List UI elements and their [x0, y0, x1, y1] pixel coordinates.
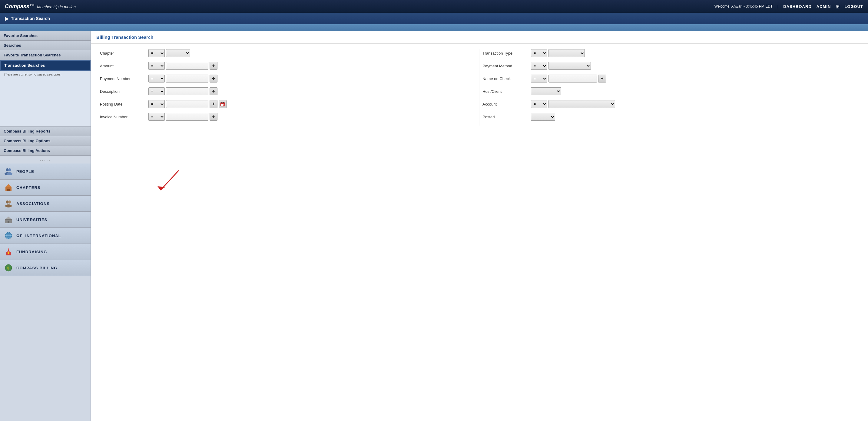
- description-operator[interactable]: =: [148, 87, 165, 95]
- host-client-row: Host/Client: [483, 87, 859, 95]
- fundraising-label: FUNDRAISING: [17, 250, 47, 254]
- chapters-label: CHAPTERS: [17, 185, 40, 190]
- name-on-check-operator[interactable]: =: [531, 75, 547, 83]
- payment-number-input[interactable]: [166, 75, 208, 83]
- name-on-check-label: Name on Check: [483, 77, 531, 81]
- chapter-select[interactable]: [166, 49, 190, 57]
- account-row: Account =: [483, 100, 859, 108]
- name-on-check-controls: = +: [531, 75, 606, 83]
- account-label: Account: [483, 102, 531, 107]
- account-select[interactable]: [549, 100, 615, 108]
- form-area: Chapter = Amount: [91, 44, 868, 131]
- payment-method-select[interactable]: [549, 62, 591, 70]
- calendar-btn[interactable]: [219, 100, 226, 108]
- sidebar-item-compass-billing[interactable]: $ COMPASS BILLING: [0, 260, 91, 276]
- sidebar-item-transaction-searches[interactable]: Transaction Searches: [0, 60, 91, 71]
- admin-link[interactable]: ADMIN: [816, 4, 831, 9]
- dashboard-link[interactable]: DASHBOARD: [783, 4, 812, 9]
- sidebar-item-favorite-searches[interactable]: Favorite Searches: [0, 31, 91, 40]
- transaction-type-operator[interactable]: =: [531, 49, 547, 57]
- payment-method-row: Payment Method =: [483, 62, 859, 70]
- top-navigation: Compass™ Membership in motion. Welcome, …: [0, 0, 868, 13]
- breadcrumb-arrow: ▶: [5, 16, 8, 22]
- sidebar-item-universities[interactable]: UNIVERSITIES: [0, 212, 91, 228]
- host-client-select[interactable]: [531, 87, 561, 95]
- sidebar-item-international[interactable]: ΩΓΙ INTERNATIONAL: [0, 228, 91, 244]
- payment-number-plus-btn[interactable]: +: [210, 75, 217, 83]
- amount-controls: = +: [148, 62, 217, 70]
- sidebar-item-billing-options[interactable]: Compass Billing Options: [0, 136, 91, 146]
- invoice-number-row: Invoice Number = +: [100, 113, 476, 121]
- posting-date-input[interactable]: [166, 100, 208, 108]
- account-operator[interactable]: =: [531, 100, 547, 108]
- sidebar-item-fundraising[interactable]: FUNDRAISING: [0, 244, 91, 260]
- posting-date-operator[interactable]: =: [148, 100, 165, 108]
- sidebar-item-billing-reports[interactable]: Compass Billing Reports: [0, 127, 91, 136]
- payment-number-label: Payment Number: [100, 77, 148, 81]
- form-col-left: Chapter = Amount: [97, 49, 479, 125]
- invoice-number-operator[interactable]: =: [148, 113, 165, 121]
- posting-date-plus-btn[interactable]: +: [210, 100, 217, 108]
- description-input[interactable]: [166, 87, 208, 95]
- main-layout: Favorite Searches Searches Favorite Tran…: [0, 31, 868, 421]
- name-on-check-input[interactable]: [549, 75, 597, 83]
- sidebar-item-fav-transaction-searches[interactable]: Favorite Transaction Searches: [0, 50, 91, 60]
- invoice-number-controls: = +: [148, 113, 217, 121]
- amount-plus-btn[interactable]: +: [210, 62, 217, 70]
- associations-label: ASSOCIATIONS: [17, 201, 50, 206]
- amount-row: Amount = +: [100, 62, 476, 70]
- form-two-col: Chapter = Amount: [97, 49, 862, 125]
- posting-date-label: Posting Date: [100, 102, 148, 107]
- svg-point-3: [7, 172, 12, 175]
- posted-controls: [531, 113, 555, 121]
- name-on-check-row: Name on Check = +: [483, 75, 859, 83]
- transaction-type-row: Transaction Type =: [483, 49, 859, 57]
- svg-rect-26: [220, 103, 225, 104]
- transaction-type-select[interactable]: [549, 49, 585, 57]
- svg-marker-11: [5, 217, 12, 220]
- transaction-type-controls: =: [531, 49, 585, 57]
- description-label: Description: [100, 89, 148, 94]
- international-label: ΩΓΙ INTERNATIONAL: [17, 233, 61, 238]
- logo: Compass™ Membership in motion.: [5, 3, 77, 10]
- associations-icon: [4, 199, 13, 208]
- invoice-number-label: Invoice Number: [100, 115, 148, 119]
- invoice-number-input[interactable]: [166, 113, 208, 121]
- transaction-type-label: Transaction Type: [483, 51, 531, 56]
- posted-select[interactable]: [531, 113, 555, 121]
- logout-link[interactable]: LOGOUT: [844, 4, 863, 9]
- no-saved-searches-text: There are currently no saved searches.: [0, 71, 91, 78]
- svg-point-20: [7, 252, 9, 254]
- svg-rect-31: [223, 104, 224, 105]
- grid-icon: ⊞: [836, 4, 840, 9]
- svg-rect-27: [221, 102, 222, 103]
- sidebar-item-billing-actions[interactable]: Compass Billing Actions: [0, 146, 91, 156]
- name-on-check-plus-btn[interactable]: +: [598, 75, 606, 83]
- nav-right: Welcome, Anwar! - 3:45:45 PM EDT | DASHB…: [714, 4, 863, 9]
- welcome-text: Welcome, Anwar! - 3:45:45 PM EDT: [714, 4, 773, 8]
- posted-row: Posted: [483, 113, 859, 121]
- sidebar-item-people[interactable]: PEOPLE: [0, 164, 91, 179]
- payment-number-operator[interactable]: =: [148, 75, 165, 83]
- svg-rect-13: [5, 219, 12, 220]
- sidebar: Favorite Searches Searches Favorite Tran…: [0, 31, 91, 421]
- amount-label: Amount: [100, 64, 148, 68]
- fundraising-icon: [4, 247, 13, 257]
- blue-strip: [0, 24, 868, 31]
- amount-operator[interactable]: =: [148, 62, 165, 70]
- invoice-number-plus-btn[interactable]: +: [210, 113, 217, 121]
- sidebar-item-chapters[interactable]: CHAPTERS: [0, 179, 91, 196]
- amount-input[interactable]: [166, 62, 208, 70]
- description-plus-btn[interactable]: +: [210, 87, 217, 95]
- universities-icon: [4, 215, 13, 224]
- payment-method-label: Payment Method: [483, 64, 531, 68]
- svg-point-8: [8, 200, 11, 203]
- payment-method-operator[interactable]: =: [531, 62, 547, 70]
- chapter-row: Chapter =: [100, 49, 476, 57]
- chapter-operator[interactable]: =: [148, 49, 165, 57]
- chapter-controls: =: [148, 49, 190, 57]
- sidebar-item-associations[interactable]: ASSOCIATIONS: [0, 196, 91, 212]
- sidebar-item-searches[interactable]: Searches: [0, 40, 91, 50]
- form-col-right: Transaction Type = Payment Method: [479, 49, 862, 125]
- svg-line-34: [160, 170, 179, 190]
